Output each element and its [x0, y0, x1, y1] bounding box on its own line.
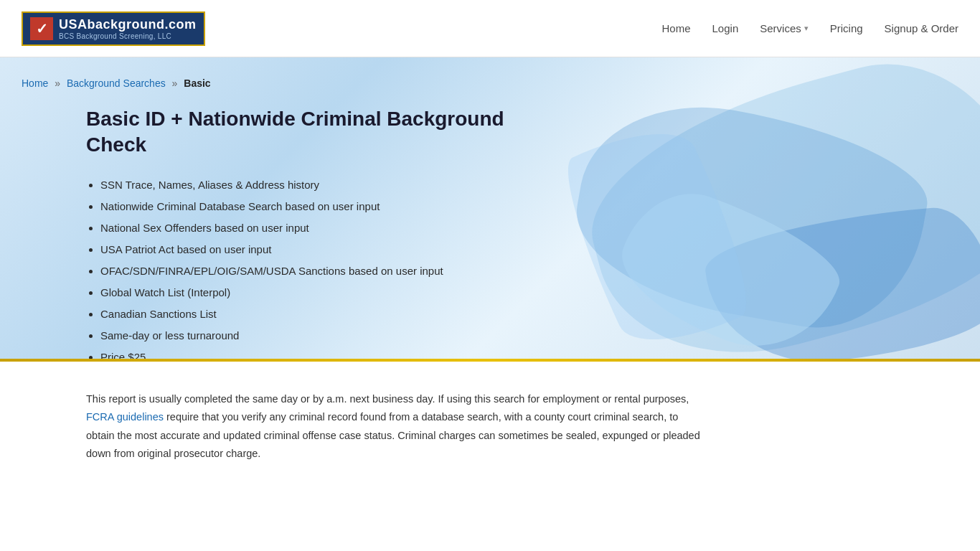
nav-home[interactable]: Home: [662, 22, 691, 34]
description-paragraph: This report is usually completed the sam…: [86, 390, 703, 463]
breadcrumb-sep-1: »: [55, 77, 60, 89]
chevron-down-icon: ▾: [804, 24, 809, 33]
list-item: OFAC/SDN/FINRA/EPL/OIG/SAM/USDA Sanction…: [100, 260, 552, 282]
list-item: Price $25: [100, 347, 552, 359]
nav-services[interactable]: Services ▾: [760, 22, 809, 34]
nav-login[interactable]: Login: [712, 22, 739, 34]
nav-signup[interactable]: Signup & Order: [885, 22, 958, 34]
breadcrumb-current: Basic: [184, 77, 210, 89]
list-item: USA Patriot Act based on user input: [100, 239, 552, 260]
logo-text: USAbackground.com BCS Background Screeni…: [59, 17, 197, 40]
hero-content: Basic ID + Nationwide Criminal Backgroun…: [0, 89, 574, 359]
main-nav: Home Login Services ▾ Pricing Signup & O…: [662, 22, 959, 34]
logo-box: ✓ USAbackground.com BCS Background Scree…: [22, 11, 205, 46]
nav-pricing[interactable]: Pricing: [830, 22, 863, 34]
logo[interactable]: ✓ USAbackground.com BCS Background Scree…: [22, 11, 205, 46]
logo-tagline: BCS Background Screening, LLC: [59, 32, 197, 40]
breadcrumb-home[interactable]: Home: [22, 77, 48, 89]
list-item: Nationwide Criminal Database Search base…: [100, 196, 552, 217]
fcra-link[interactable]: FCRA guidelines: [86, 411, 164, 423]
hero-section: Home » Background Searches » Basic Basic…: [0, 57, 980, 359]
features-list: SSN Trace, Names, Aliases & Address hist…: [86, 174, 552, 359]
main-content: This report is usually completed the sam…: [0, 362, 789, 492]
list-item: Global Watch List (Interpol): [100, 282, 552, 303]
list-item: National Sex Offenders based on user inp…: [100, 217, 552, 239]
breadcrumb-background-searches[interactable]: Background Searches: [67, 77, 166, 89]
list-item: Same-day or less turnaround: [100, 325, 552, 347]
site-header: ✓ USAbackground.com BCS Background Scree…: [0, 0, 980, 57]
list-item: Canadian Sanctions List: [100, 303, 552, 325]
page-title: Basic ID + Nationwide Criminal Backgroun…: [86, 106, 552, 159]
logo-site-name: USAbackground.com: [59, 17, 197, 32]
breadcrumb-sep-2: »: [172, 77, 178, 89]
breadcrumb: Home » Background Searches » Basic: [0, 57, 980, 89]
logo-checkmark: ✓: [30, 17, 53, 40]
list-item: SSN Trace, Names, Aliases & Address hist…: [100, 174, 552, 196]
